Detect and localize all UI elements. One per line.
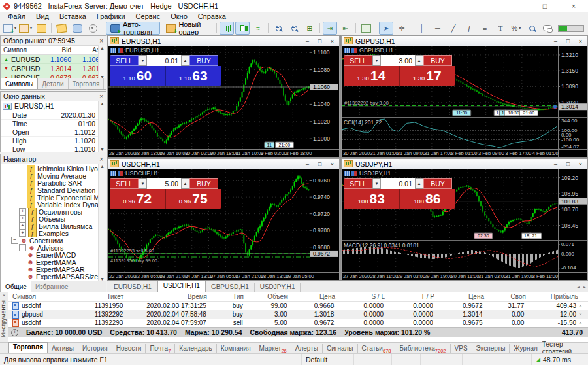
volume-input[interactable]: 3.00 — [381, 55, 415, 66]
maximize-icon[interactable]: □ — [531, 0, 559, 12]
order-row[interactable]: gbpusd113922922020.02.04 07:58:48buy3.00… — [8, 310, 588, 319]
terminal-col-3[interactable]: Тип — [210, 293, 246, 300]
new-chart-button[interactable]: ▾ — [3, 22, 17, 35]
depth-icon[interactable] — [351, 48, 357, 53]
line-chart-button[interactable]: ≈ — [251, 22, 265, 35]
menu-item-3[interactable]: Графики — [91, 12, 131, 20]
menu-item-5[interactable]: Окно — [165, 12, 193, 20]
tile-windows-button[interactable]: ⊞ — [302, 22, 317, 35]
data-window-scrollbar[interactable]: ▲▼ — [98, 101, 106, 152]
close-icon[interactable]: × — [99, 156, 103, 163]
buy-button[interactable]: BUY — [423, 178, 452, 189]
navigator-item[interactable]: Ichimoku Kinko Hyo — [1, 165, 106, 172]
shift-end-button[interactable] — [34, 22, 48, 35]
hline-button[interactable]: ─ — [431, 22, 445, 35]
navigator-item[interactable]: ExpertMACD — [1, 251, 106, 258]
volume-down-icon[interactable]: ▼ — [139, 178, 147, 189]
minimize-icon[interactable]: – — [551, 160, 561, 168]
terminal-tab-История[interactable]: История — [78, 344, 112, 353]
maximize-icon[interactable]: □ — [315, 160, 325, 168]
navigator-item[interactable]: ExpertMAPSARSizeOptim — [1, 273, 106, 280]
buy-button[interactable]: BUY — [189, 178, 218, 189]
sell-button[interactable]: SELL — [110, 178, 139, 189]
chart-window-titlebar[interactable]: USDCHF,H1–□× — [108, 159, 339, 169]
menu-item-1[interactable]: Вид — [31, 12, 54, 20]
maximize-icon[interactable]: □ — [563, 37, 573, 45]
close-icon[interactable]: × — [99, 93, 103, 100]
volume-down-icon[interactable]: ▼ — [372, 178, 381, 189]
buy-button[interactable]: BUY — [423, 55, 452, 66]
candlestick-button[interactable] — [235, 22, 250, 35]
zoom-in-button[interactable] — [271, 22, 286, 35]
terminal-col-10[interactable]: Прибыль — [529, 293, 581, 300]
chart-tab-0[interactable]: EURUSD,H1 — [108, 283, 157, 292]
minimize-icon[interactable]: – — [302, 160, 312, 168]
chart-canvas[interactable]: 1121:001.11001.10801.10601.10401.10201.1… — [108, 46, 339, 157]
terminal-col-7[interactable]: T / P — [387, 293, 437, 300]
zoom-out-button[interactable] — [287, 22, 301, 35]
navigator-item[interactable]: Parabolic SAR — [1, 179, 106, 186]
indicators-button[interactable] — [359, 22, 373, 35]
profiles-button[interactable]: ▾ — [18, 22, 33, 35]
navigator-item[interactable]: +Объемы — [1, 215, 106, 222]
chart-canvas[interactable]: #11392292 buy 3.0011:301118:3021:00344.0… — [342, 46, 587, 157]
terminal-tab-Календарь[interactable]: Календарь — [175, 344, 216, 353]
close-icon[interactable]: × — [559, 0, 588, 12]
chat-button[interactable] — [540, 22, 555, 35]
navigator-item[interactable]: Moving Average — [1, 172, 106, 179]
scroll-right-icon[interactable]: ▸ — [583, 284, 586, 290]
terminal-col-6[interactable]: S / L — [338, 293, 387, 300]
navigator-item[interactable]: Standard Deviation — [1, 186, 106, 194]
sell-price[interactable]: 1.1060 — [110, 66, 165, 86]
sell-price[interactable]: 1.3014 — [344, 66, 399, 86]
sell-button[interactable]: SELL — [110, 55, 139, 66]
terminal-tab-Журнал[interactable]: Журнал — [510, 344, 542, 353]
sell-button[interactable]: SELL — [344, 55, 372, 66]
terminal-tab-Библиотека[interactable]: Библиотека7202 — [395, 344, 450, 353]
mw-col-symbol[interactable]: Символ — [3, 46, 42, 54]
close-order-icon[interactable]: × — [579, 303, 588, 309]
close-icon[interactable]: × — [327, 160, 337, 168]
navigator-item[interactable]: ExpertMAPSAR — [1, 266, 106, 273]
buy-price[interactable]: 10886 — [399, 189, 455, 209]
menu-item-4[interactable]: Сервис — [131, 12, 166, 20]
chart-canvas[interactable]: 02:301821:0.0710.000-0.104MACD(12,26,9) … — [342, 169, 587, 280]
terminal-tab-Сигналы[interactable]: Сигналы — [323, 344, 358, 353]
menu-item-6[interactable]: Справка — [193, 12, 231, 20]
arrows-tool-button[interactable]: % ▾ — [509, 22, 523, 35]
navigator-item[interactable]: −Советники — [1, 237, 106, 244]
volume-up-icon[interactable]: ▲ — [415, 178, 423, 189]
terminal-col-5[interactable]: Цена — [291, 293, 338, 300]
sell-price[interactable]: 0.9672 — [110, 189, 165, 209]
chart-canvas[interactable]: #11392293 sell 5.00#11391950 buy 99.000.… — [108, 169, 339, 280]
chart-window-titlebar[interactable]: EURUSD,H1–□× — [108, 36, 339, 46]
volume-down-icon[interactable]: ▼ — [372, 55, 381, 66]
depth-icon[interactable] — [351, 171, 357, 176]
volume-input[interactable]: 0.01 — [147, 55, 181, 66]
terminal-tab-Активы[interactable]: Активы — [48, 344, 78, 353]
expander-icon[interactable]: + — [19, 222, 26, 230]
order-row[interactable]: usdchf113922932020.02.04 07:59:07sell5.0… — [8, 319, 588, 327]
mw-tab-1[interactable]: Детали — [38, 78, 68, 89]
navigator-item[interactable]: ExpertMAMA — [1, 258, 106, 266]
volume-down-icon[interactable]: ▼ — [139, 55, 147, 66]
navigator-scrollbar[interactable]: ▲▼ — [98, 164, 106, 282]
chart-window-titlebar[interactable]: GBPUSD,H1–□× — [342, 36, 587, 46]
terminal-col-8[interactable]: Цена — [437, 293, 487, 300]
depth-icon[interactable] — [118, 171, 123, 176]
terminal-tab-VPS[interactable]: VPS — [451, 344, 472, 353]
maximize-icon[interactable]: □ — [563, 160, 573, 168]
terminal-tab-Почта[interactable]: Почта7 — [146, 344, 175, 353]
expander-icon[interactable]: + — [19, 208, 26, 215]
chart-tab-scroll[interactable]: ◂▸ — [577, 284, 586, 290]
oneclick-toggle-icon[interactable] — [344, 48, 350, 53]
status-profile[interactable]: Default — [302, 354, 354, 365]
terminal-tab-Торговля[interactable]: Торговля — [8, 342, 48, 353]
close-icon[interactable]: × — [576, 160, 585, 168]
market-watch-scrollbar[interactable]: ▲▼ — [98, 45, 106, 80]
terminal-tab-Новости[interactable]: Новости — [112, 344, 146, 353]
market-watch-toggle[interactable] — [54, 22, 69, 35]
close-order-icon[interactable]: × — [579, 320, 588, 326]
close-icon[interactable]: × — [99, 37, 103, 44]
expander-icon[interactable]: − — [11, 237, 18, 244]
